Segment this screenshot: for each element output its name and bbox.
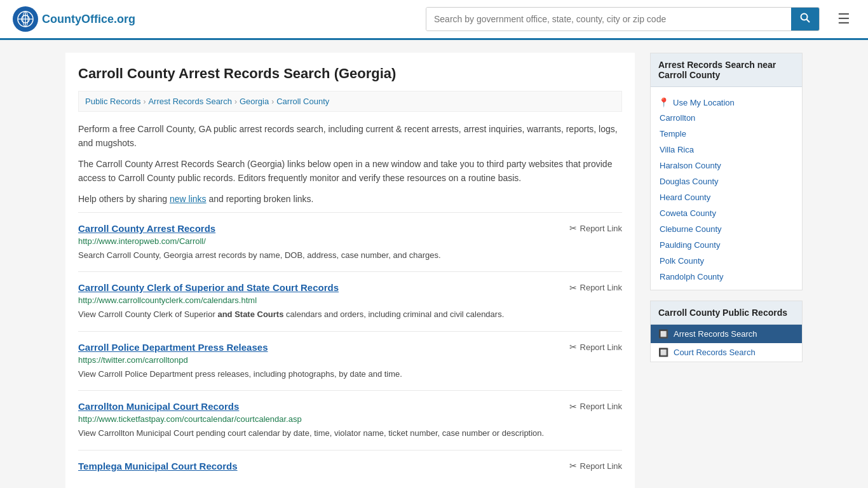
result-item: Carroll Police Department Press Releases… <box>78 331 622 391</box>
use-my-location-item: 📍 Use My Location <box>651 92 802 110</box>
result-item: Carroll County Clerk of Superior and Sta… <box>78 271 622 331</box>
result-title[interactable]: Carroll County Clerk of Superior and Sta… <box>78 282 339 293</box>
sidebar-nearby-section: Arrest Records Search near Carroll Count… <box>650 53 803 290</box>
sidebar-link-item: Coweta County <box>651 205 802 221</box>
result-item: Carroll County Arrest Records ✂ Report L… <box>78 212 622 272</box>
search-button[interactable] <box>791 8 819 30</box>
sidebar-pub-rec-title: Carroll County Public Records <box>651 301 802 325</box>
result-url: http://www.carrollcountyclerk.com/calend… <box>78 295 622 305</box>
description-1: Perform a free Carroll County, GA public… <box>78 122 622 151</box>
report-link-button[interactable]: ✂ Report Link <box>569 283 622 293</box>
header: CountyOffice.org ☰ <box>0 0 868 40</box>
nearby-link-cleburne-county[interactable]: Cleburne County <box>660 224 722 234</box>
new-links-link[interactable]: new links <box>170 194 207 204</box>
report-link-button[interactable]: ✂ Report Link <box>569 461 622 471</box>
sidebar-pub-rec-section: Carroll County Public Records 🔲 Arrest R… <box>650 301 803 362</box>
nearby-link-villa-rica[interactable]: Villa Rica <box>660 145 694 154</box>
breadcrumb-georgia[interactable]: Georgia <box>240 97 269 106</box>
report-icon: ✂ <box>569 402 577 412</box>
nearby-link-carrollton[interactable]: Carrollton <box>660 113 695 123</box>
breadcrumb-sep-3: › <box>271 97 274 106</box>
page-container: Carroll County Arrest Records Search (Ge… <box>53 40 815 488</box>
report-icon: ✂ <box>569 223 577 233</box>
sidebar-link-item: Polk County <box>651 253 802 269</box>
sidebar-link-item: Temple <box>651 126 802 142</box>
result-title[interactable]: Carrollton Municipal Court Records <box>78 401 239 412</box>
result-title[interactable]: Carroll County Arrest Records <box>78 223 215 234</box>
nearby-link-paulding-county[interactable]: Paulding County <box>660 240 720 250</box>
report-icon: ✂ <box>569 342 577 352</box>
result-url: http://www.interopweb.com/Carroll/ <box>78 236 622 246</box>
sidebar-nearby-title: Arrest Records Search near Carroll Count… <box>651 53 802 87</box>
result-desc: Search Carroll County, Georgia arrest re… <box>78 249 622 262</box>
result-url-link[interactable]: http://www.ticketfastpay.com/courtcalend… <box>78 414 302 424</box>
breadcrumb-public-records[interactable]: Public Records <box>85 97 140 106</box>
result-item: Carrollton Municipal Court Records ✂ Rep… <box>78 390 622 450</box>
sidebar-links: 📍 Use My Location Carrollton Temple Vill… <box>651 87 802 290</box>
breadcrumb: Public Records › Arrest Records Search ›… <box>78 91 622 112</box>
sidebar-link-item: Haralson County <box>651 158 802 173</box>
sidebar-link-item: Heard County <box>651 189 802 205</box>
results-list: Carroll County Arrest Records ✂ Report L… <box>78 212 622 484</box>
pub-rec-item-arrest[interactable]: 🔲 Arrest Records Search <box>651 325 802 343</box>
nearby-link-randolph-county[interactable]: Randolph County <box>660 272 723 281</box>
result-url: http://www.ticketfastpay.com/courtcalend… <box>78 414 622 424</box>
sidebar-link-item: Douglas County <box>651 173 802 189</box>
result-header: Carroll Police Department Press Releases… <box>78 342 622 353</box>
result-url-link[interactable]: http://www.carrollcountyclerk.com/calend… <box>78 295 257 305</box>
court-records-icon: 🔲 <box>658 348 668 357</box>
result-desc: View Carroll County Clerk of Superior an… <box>78 308 622 321</box>
result-title[interactable]: Carroll Police Department Press Releases <box>78 342 268 353</box>
result-url: https://twitter.com/carrolltonpd <box>78 355 622 365</box>
report-link-button[interactable]: ✂ Report Link <box>569 402 622 412</box>
nearby-link-heard-county[interactable]: Heard County <box>660 193 710 202</box>
pub-rec-arrest-link[interactable]: Arrest Records Search <box>674 329 757 339</box>
menu-button[interactable]: ☰ <box>832 8 855 30</box>
nearby-link-polk-county[interactable]: Polk County <box>660 256 704 266</box>
sidebar-link-item: Paulding County <box>651 237 802 253</box>
description-3: Help others by sharing new links and rep… <box>78 192 622 206</box>
sidebar-link-item: Carrollton <box>651 110 802 126</box>
result-item: Templega Municipal Court Records ✂ Repor… <box>78 450 622 484</box>
pub-rec-court-link[interactable]: Court Records Search <box>674 348 756 357</box>
nearby-link-douglas-county[interactable]: Douglas County <box>660 177 719 186</box>
breadcrumb-sep-2: › <box>234 97 237 106</box>
sidebar-link-item: Villa Rica <box>651 142 802 158</box>
result-header: Templega Municipal Court Records ✂ Repor… <box>78 461 622 471</box>
svg-line-6 <box>807 20 810 23</box>
report-icon: ✂ <box>569 461 577 471</box>
sidebar-link-item: Randolph County <box>651 269 802 285</box>
logo-icon <box>13 6 38 32</box>
logo[interactable]: CountyOffice.org <box>13 6 135 32</box>
result-header: Carrollton Municipal Court Records ✂ Rep… <box>78 401 622 412</box>
logo-text: CountyOffice.org <box>42 13 135 26</box>
nearby-link-haralson-county[interactable]: Haralson County <box>660 161 721 170</box>
svg-point-5 <box>801 14 808 20</box>
nearby-link-coweta-county[interactable]: Coweta County <box>660 208 716 218</box>
description-2: The Carroll County Arrest Records Search… <box>78 157 622 186</box>
arrest-records-icon: 🔲 <box>658 329 668 339</box>
location-pin-icon: 📍 <box>658 97 669 107</box>
breadcrumb-arrest-records[interactable]: Arrest Records Search <box>148 97 232 106</box>
result-header: Carroll County Clerk of Superior and Sta… <box>78 282 622 293</box>
use-my-location-link[interactable]: Use My Location <box>673 98 735 107</box>
page-title: Carroll County Arrest Records Search (Ge… <box>78 65 622 82</box>
result-desc: View Carroll Police Department press rel… <box>78 368 622 381</box>
result-title[interactable]: Templega Municipal Court Records <box>78 461 238 471</box>
nearby-link-temple[interactable]: Temple <box>660 129 686 139</box>
result-url-link[interactable]: https://twitter.com/carrolltonpd <box>78 355 188 365</box>
sidebar-link-item: Cleburne County <box>651 221 802 237</box>
report-link-button[interactable]: ✂ Report Link <box>569 342 622 352</box>
breadcrumb-carroll-county[interactable]: Carroll County <box>276 97 329 106</box>
result-url-link[interactable]: http://www.interopweb.com/Carroll/ <box>78 236 206 246</box>
search-bar <box>426 7 820 31</box>
main-content: Carroll County Arrest Records Search (Ge… <box>65 53 635 488</box>
pub-rec-item-court[interactable]: 🔲 Court Records Search <box>651 343 802 362</box>
report-link-button[interactable]: ✂ Report Link <box>569 223 622 233</box>
result-desc: View Carrollton Municipal Court pending … <box>78 427 622 440</box>
search-input[interactable] <box>426 8 791 30</box>
sidebar: Arrest Records Search near Carroll Count… <box>650 53 803 488</box>
result-header: Carroll County Arrest Records ✂ Report L… <box>78 223 622 234</box>
breadcrumb-sep-1: › <box>143 97 146 106</box>
report-icon: ✂ <box>569 283 577 293</box>
